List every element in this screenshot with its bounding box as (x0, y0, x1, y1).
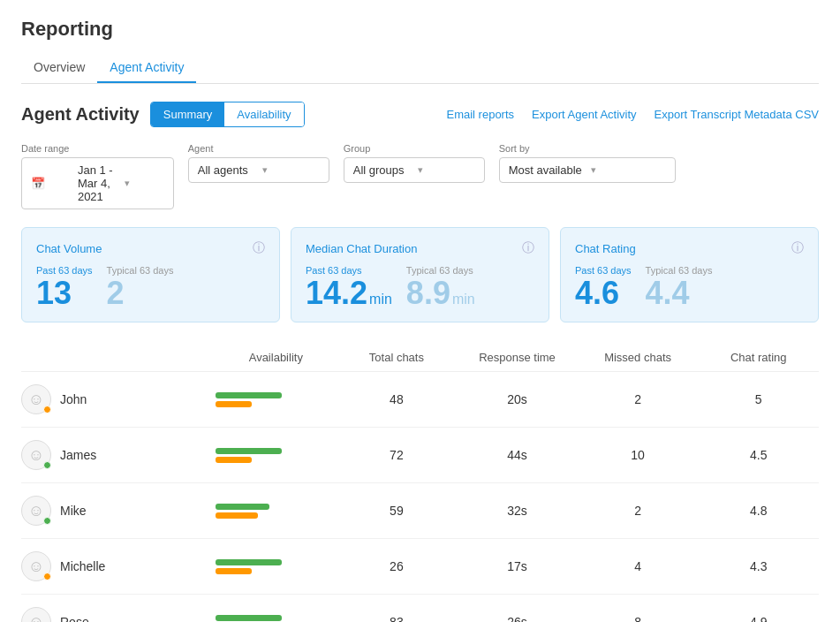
stat-values: Past 63 days 13 Typical 63 days 2 (36, 265, 265, 309)
info-icon[interactable]: ⓘ (522, 240, 534, 256)
agent-table: AvailabilityTotal chatsResponse timeMiss… (21, 344, 819, 622)
avail-bar-green (216, 559, 282, 565)
avatar-icon: ☺ (28, 613, 44, 623)
avail-bar-green (216, 448, 282, 454)
section-title: Agent Activity (21, 104, 140, 125)
missed-chats: 4 (578, 559, 699, 573)
table-row: ☺ Rose 83 26s 8 4.9 (21, 595, 819, 622)
col-header-2: Total chats (337, 351, 458, 364)
response-time: 32s (457, 504, 578, 518)
filter-sort-by: Sort by Most available ▾ (499, 143, 676, 209)
chat-rating: 4.3 (698, 559, 819, 573)
avail-bar-orange (216, 568, 252, 574)
stat-typical-value: 8.9 (406, 277, 450, 309)
agent-info: ☺ Mike (21, 496, 216, 526)
tab-overview[interactable]: Overview (21, 53, 97, 83)
response-time: 17s (457, 559, 578, 573)
availability-bars (216, 392, 337, 407)
stats-row: Chat Volume ⓘ Past 63 days 13 Typical 63… (21, 227, 819, 322)
total-chats: 72 (337, 448, 458, 462)
toggle-availability[interactable]: Availability (224, 102, 303, 126)
col-header-3: Response time (457, 351, 578, 364)
response-time: 26s (457, 615, 578, 622)
stat-values: Past 63 days 14.2 min Typical 63 days 8.… (306, 265, 534, 309)
col-header-1: Availability (216, 351, 337, 364)
info-icon[interactable]: ⓘ (791, 240, 804, 256)
stat-typical: Typical 63 days 4.4 (646, 265, 713, 309)
toggle-summary[interactable]: Summary (151, 102, 225, 126)
section-left: Agent Activity Summary Availability (21, 102, 305, 127)
chevron-down-icon: ▾ (125, 178, 164, 189)
total-chats: 26 (337, 559, 458, 573)
section-header: Agent Activity Summary Availability Emai… (21, 102, 819, 127)
table-row: ☺ John 48 20s 2 5 (21, 372, 819, 428)
date-range-select[interactable]: 📅 Jan 1 - Mar 4, 2021 ▾ (21, 157, 174, 209)
tab-bar: Overview Agent Activity (21, 53, 819, 84)
filter-date-range: Date range 📅 Jan 1 - Mar 4, 2021 ▾ (21, 143, 174, 209)
avatar: ☺ (21, 384, 51, 414)
agent-name: James (60, 448, 96, 462)
section-actions: Email reports Export Agent Activity Expo… (446, 108, 819, 121)
export-transcript-link[interactable]: Export Transcript Metadata CSV (655, 108, 819, 121)
availability-bars (216, 615, 337, 623)
table-header: AvailabilityTotal chatsResponse timeMiss… (21, 344, 819, 372)
tab-agent-activity[interactable]: Agent Activity (97, 53, 196, 83)
stat-typical-unit: min (452, 292, 475, 307)
agent-info: ☺ Rose (21, 607, 216, 622)
view-toggle: Summary Availability (150, 102, 305, 127)
chat-rating: 4.5 (698, 448, 819, 462)
agent-select[interactable]: All agents ▾ (188, 157, 329, 183)
col-header-4: Missed chats (578, 351, 699, 364)
col-header-0 (21, 351, 216, 364)
availability-bars (216, 504, 337, 519)
avatar: ☺ (21, 440, 51, 470)
chevron-down-icon: ▾ (418, 164, 475, 176)
agent-info: ☺ James (21, 440, 216, 470)
avail-bar-green (216, 504, 269, 510)
stat-typical: Typical 63 days 8.9 min (406, 265, 475, 309)
missed-chats: 2 (578, 504, 699, 518)
table-row: ☺ Mike 59 32s 2 4.8 (21, 483, 819, 539)
stat-current: Past 63 days 4.6 (575, 265, 632, 309)
agent-name: John (60, 392, 87, 406)
avatar: ☺ (21, 607, 51, 622)
stat-current-value: 14.2 (306, 277, 367, 309)
stat-values: Past 63 days 4.6 Typical 63 days 4.4 (575, 265, 804, 309)
stat-typical-value: 2 (107, 277, 125, 309)
agent-name: Mike (60, 504, 87, 518)
page-title: Reporting (21, 18, 819, 41)
filter-agent: Agent All agents ▾ (188, 143, 329, 209)
avatar-icon: ☺ (28, 446, 44, 465)
table-row: ☺ James 72 44s 10 4.5 (21, 428, 819, 483)
email-reports-link[interactable]: Email reports (446, 108, 514, 121)
avatar: ☺ (21, 496, 51, 526)
stat-card-chat-volume: Chat Volume ⓘ Past 63 days 13 Typical 63… (21, 227, 280, 322)
group-select[interactable]: All groups ▾ (344, 157, 485, 183)
stat-card-title: Chat Volume ⓘ (36, 240, 265, 256)
chevron-down-icon: ▾ (262, 164, 320, 176)
sort-by-select[interactable]: Most available ▾ (499, 157, 676, 183)
avail-bar-orange (216, 457, 252, 463)
export-agent-activity-link[interactable]: Export Agent Activity (532, 108, 637, 121)
info-icon[interactable]: ⓘ (253, 240, 265, 256)
filters-bar: Date range 📅 Jan 1 - Mar 4, 2021 ▾ Agent… (21, 143, 819, 209)
missed-chats: 8 (578, 615, 699, 622)
date-range-label: Date range (21, 143, 174, 154)
agent-info: ☺ John (21, 384, 216, 414)
chat-rating: 4.8 (698, 504, 819, 518)
status-dot (43, 461, 51, 469)
stat-current: Past 63 days 14.2 min (306, 265, 392, 309)
avatar-icon: ☺ (28, 502, 44, 520)
stat-card-title: Chat Rating ⓘ (575, 240, 804, 256)
response-time: 20s (457, 392, 578, 406)
sort-by-label: Sort by (499, 143, 676, 154)
total-chats: 59 (337, 504, 458, 518)
missed-chats: 2 (578, 392, 699, 406)
stat-card-chat-rating: Chat Rating ⓘ Past 63 days 4.6 Typical 6… (560, 227, 819, 322)
filter-group: Group All groups ▾ (344, 143, 485, 209)
avail-bar-green (216, 392, 282, 398)
stat-current: Past 63 days 13 (36, 265, 93, 309)
total-chats: 48 (337, 392, 458, 406)
stat-current-value: 4.6 (575, 277, 619, 309)
table-row: ☺ Michelle 26 17s 4 4.3 (21, 539, 819, 595)
